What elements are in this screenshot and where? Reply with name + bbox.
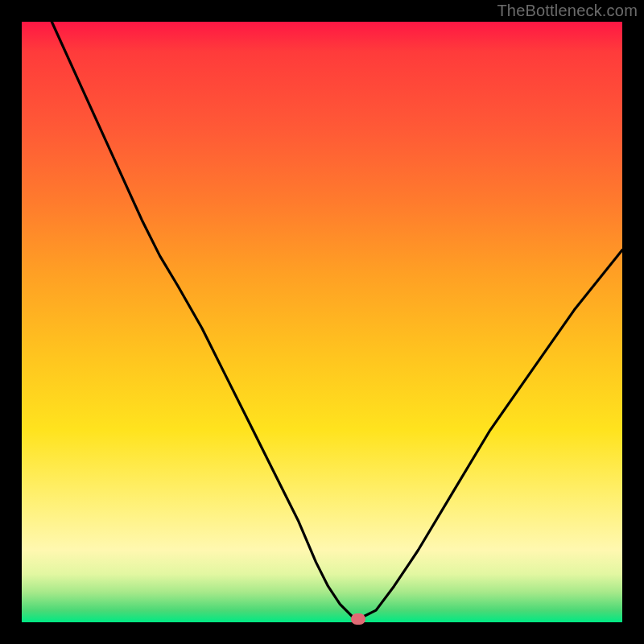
plot-area [22, 22, 622, 622]
attribution-label: TheBottleneck.com [497, 2, 638, 20]
curve-path [52, 22, 622, 617]
optimum-marker [351, 613, 365, 625]
bottleneck-curve [22, 22, 622, 622]
chart-frame: TheBottleneck.com [0, 0, 644, 644]
